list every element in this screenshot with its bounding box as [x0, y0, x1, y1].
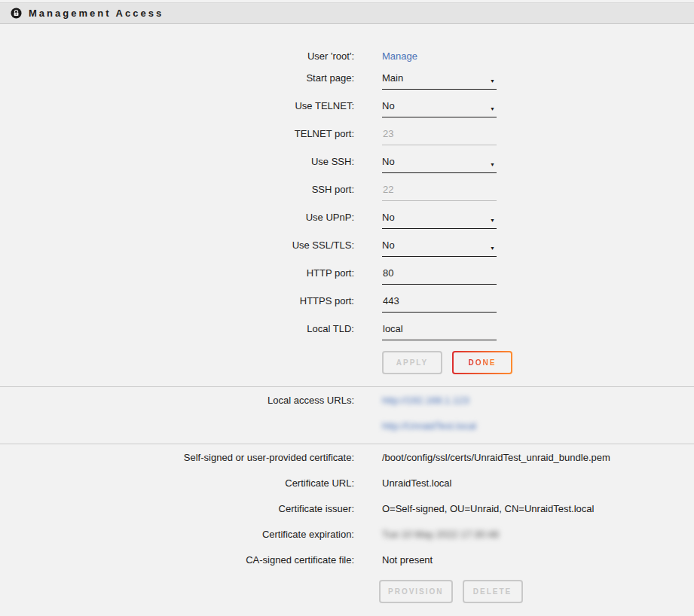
form-row: User 'root': Manage: [0, 50, 694, 62]
field-label: Use SSH:: [0, 156, 354, 167]
form-row: Use SSL/TLS: No▼: [0, 239, 694, 257]
field-label: TELNET port:: [0, 128, 354, 139]
form-row: Start page: Main▼: [0, 72, 694, 90]
telnet-port-input: [382, 128, 497, 145]
selected-value: No: [382, 156, 395, 167]
lock-circle-icon: [11, 8, 22, 19]
certificate-row: Certificate expiration: Tue 10 May 2022 …: [0, 521, 694, 547]
local-access-urls-section: Local access URLs: http://192.168.1.123h…: [0, 386, 694, 444]
dropdown-arrow-icon: ▼: [490, 78, 497, 84]
selected-value: No: [382, 212, 395, 223]
dropdown-arrow-icon: ▼: [490, 162, 497, 167]
field-label: Certificate expiration:: [0, 529, 354, 540]
field-value: Tue 10 May 2022 17:30:48: [382, 529, 499, 540]
selected-value: No: [382, 239, 395, 251]
field-label: Certificate issuer:: [0, 503, 354, 514]
http-port-input[interactable]: [382, 267, 497, 285]
field-value: O=Self-signed, OU=Unraid, CN=UnraidTest.…: [382, 503, 594, 514]
user-root-link[interactable]: Manage: [382, 50, 417, 62]
page-title: Management Access: [29, 8, 164, 19]
certificate-row: Certificate URL: UnraidTest.local: [0, 470, 694, 496]
use-telnet-select[interactable]: No▼: [382, 100, 497, 117]
section-titlebar: Management Access: [0, 2, 694, 24]
field-label: HTTP port:: [0, 267, 354, 279]
field-label: User 'root':: [0, 50, 354, 62]
field-label: Certificate URL:: [0, 477, 354, 489]
form-row: Use TELNET: No▼: [0, 100, 694, 117]
done-button-label: DONE: [469, 358, 497, 367]
field-label: SSH port:: [0, 184, 354, 195]
local-access-url-link[interactable]: http://UnraidTest.local: [382, 420, 476, 432]
form-buttons: APPLY DONE: [382, 351, 694, 374]
management-access-page: Management Access User 'root': Manage St…: [0, 2, 694, 603]
field-label: CA-signed certificate file:: [0, 554, 354, 566]
start-page-select[interactable]: Main▼: [382, 72, 497, 90]
form-row: Use SSH: No▼: [0, 156, 694, 173]
form-row: Local TLD:: [0, 323, 694, 340]
form-row: TELNET port:: [0, 128, 694, 145]
use-ssh-select[interactable]: No▼: [382, 156, 497, 173]
local-access-urls-label: Local access URLs:: [0, 395, 354, 406]
use-ssl-tls-select[interactable]: No▼: [382, 239, 497, 257]
done-button[interactable]: DONE: [452, 351, 512, 374]
https-port-input[interactable]: [382, 295, 497, 313]
dropdown-arrow-icon: ▼: [490, 106, 497, 111]
settings-form: User 'root': Manage Start page: Main▼ Us…: [0, 24, 694, 374]
apply-button[interactable]: APPLY: [382, 351, 442, 374]
field-value: Not present: [382, 554, 433, 566]
field-label: Start page:: [0, 72, 354, 84]
field-label: Use TELNET:: [0, 100, 354, 111]
form-row: Use UPnP: No▼: [0, 212, 694, 229]
field-label: Use UPnP:: [0, 212, 354, 223]
field-value: /boot/config/ssl/certs/UnraidTest_unraid…: [382, 452, 610, 463]
form-row: SSH port:: [0, 184, 694, 201]
certificate-row: Certificate issuer: O=Self-signed, OU=Un…: [0, 496, 694, 521]
field-value: UnraidTest.local: [382, 477, 452, 489]
form-row: HTTPS port:: [0, 295, 694, 313]
ssh-port-input: [382, 184, 497, 201]
field-label: HTTPS port:: [0, 295, 354, 306]
selected-value: Main: [382, 72, 403, 84]
local-tld-input[interactable]: [382, 323, 497, 340]
field-label: Local TLD:: [0, 323, 354, 334]
certificate-section: Self-signed or user-provided certificate…: [0, 444, 694, 603]
local-access-url-link[interactable]: http://192.168.1.123: [382, 395, 476, 406]
certificate-row: CA-signed certificate file: Not present: [0, 547, 694, 572]
dropdown-arrow-icon: ▼: [490, 218, 497, 223]
delete-button[interactable]: DELETE: [463, 580, 523, 603]
form-row: HTTP port:: [0, 267, 694, 285]
dropdown-arrow-icon: ▼: [490, 245, 497, 251]
selected-value: No: [382, 100, 395, 111]
certificate-buttons: PROVISION DELETE: [379, 580, 694, 603]
field-label: Self-signed or user-provided certificate…: [0, 452, 354, 463]
provision-button[interactable]: PROVISION: [379, 580, 453, 603]
field-label: Use SSL/TLS:: [0, 239, 354, 251]
use-upnp-select[interactable]: No▼: [382, 212, 497, 229]
certificate-row: Self-signed or user-provided certificate…: [0, 444, 694, 470]
